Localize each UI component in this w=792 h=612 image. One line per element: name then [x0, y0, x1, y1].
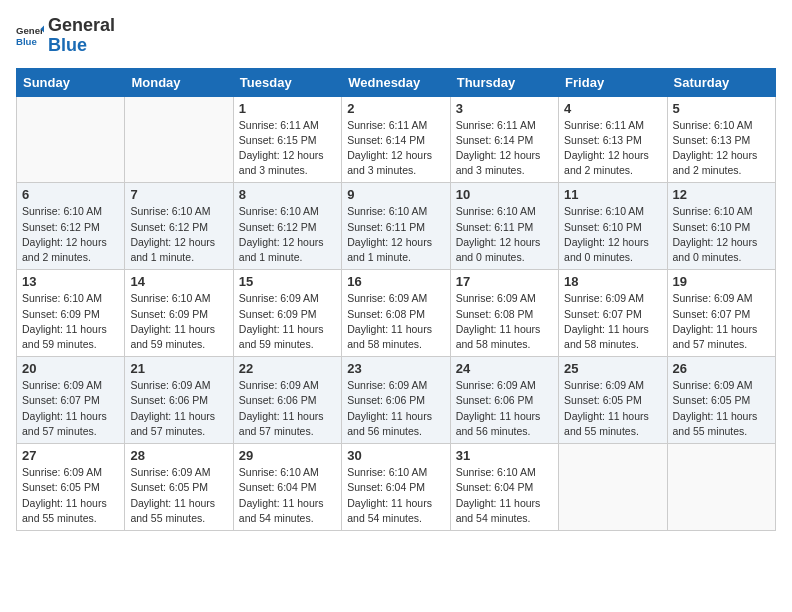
day-info: Sunrise: 6:09 AM Sunset: 6:07 PM Dayligh…: [22, 378, 119, 439]
day-of-week-header: Thursday: [450, 68, 558, 96]
day-number: 19: [673, 274, 770, 289]
day-number: 5: [673, 101, 770, 116]
day-of-week-header: Sunday: [17, 68, 125, 96]
day-of-week-header: Monday: [125, 68, 233, 96]
calendar-cell: 29Sunrise: 6:10 AM Sunset: 6:04 PM Dayli…: [233, 444, 341, 531]
day-number: 23: [347, 361, 444, 376]
day-info: Sunrise: 6:11 AM Sunset: 6:14 PM Dayligh…: [456, 118, 553, 179]
day-number: 6: [22, 187, 119, 202]
day-number: 25: [564, 361, 661, 376]
day-of-week-header: Wednesday: [342, 68, 450, 96]
day-info: Sunrise: 6:10 AM Sunset: 6:11 PM Dayligh…: [456, 204, 553, 265]
day-number: 28: [130, 448, 227, 463]
day-info: Sunrise: 6:10 AM Sunset: 6:13 PM Dayligh…: [673, 118, 770, 179]
day-info: Sunrise: 6:09 AM Sunset: 6:05 PM Dayligh…: [673, 378, 770, 439]
day-number: 17: [456, 274, 553, 289]
day-number: 1: [239, 101, 336, 116]
calendar-cell: 21Sunrise: 6:09 AM Sunset: 6:06 PM Dayli…: [125, 357, 233, 444]
day-number: 13: [22, 274, 119, 289]
day-number: 29: [239, 448, 336, 463]
day-of-week-header: Saturday: [667, 68, 775, 96]
calendar-cell: 11Sunrise: 6:10 AM Sunset: 6:10 PM Dayli…: [559, 183, 667, 270]
svg-text:General: General: [16, 25, 44, 36]
calendar-cell: 27Sunrise: 6:09 AM Sunset: 6:05 PM Dayli…: [17, 444, 125, 531]
calendar-cell: 4Sunrise: 6:11 AM Sunset: 6:13 PM Daylig…: [559, 96, 667, 183]
calendar-cell: 28Sunrise: 6:09 AM Sunset: 6:05 PM Dayli…: [125, 444, 233, 531]
calendar-cell: [17, 96, 125, 183]
day-info: Sunrise: 6:09 AM Sunset: 6:06 PM Dayligh…: [347, 378, 444, 439]
day-number: 3: [456, 101, 553, 116]
day-info: Sunrise: 6:10 AM Sunset: 6:09 PM Dayligh…: [130, 291, 227, 352]
day-info: Sunrise: 6:10 AM Sunset: 6:10 PM Dayligh…: [673, 204, 770, 265]
calendar-cell: 17Sunrise: 6:09 AM Sunset: 6:08 PM Dayli…: [450, 270, 558, 357]
calendar-cell: 19Sunrise: 6:09 AM Sunset: 6:07 PM Dayli…: [667, 270, 775, 357]
calendar-cell: 12Sunrise: 6:10 AM Sunset: 6:10 PM Dayli…: [667, 183, 775, 270]
day-number: 14: [130, 274, 227, 289]
calendar-cell: 9Sunrise: 6:10 AM Sunset: 6:11 PM Daylig…: [342, 183, 450, 270]
page-header: General Blue GeneralBlue: [16, 16, 776, 56]
day-number: 20: [22, 361, 119, 376]
day-number: 7: [130, 187, 227, 202]
day-info: Sunrise: 6:11 AM Sunset: 6:14 PM Dayligh…: [347, 118, 444, 179]
calendar-cell: 16Sunrise: 6:09 AM Sunset: 6:08 PM Dayli…: [342, 270, 450, 357]
calendar-cell: 2Sunrise: 6:11 AM Sunset: 6:14 PM Daylig…: [342, 96, 450, 183]
day-number: 22: [239, 361, 336, 376]
day-info: Sunrise: 6:09 AM Sunset: 6:05 PM Dayligh…: [564, 378, 661, 439]
day-info: Sunrise: 6:09 AM Sunset: 6:07 PM Dayligh…: [564, 291, 661, 352]
calendar-cell: 25Sunrise: 6:09 AM Sunset: 6:05 PM Dayli…: [559, 357, 667, 444]
day-of-week-header: Friday: [559, 68, 667, 96]
day-number: 10: [456, 187, 553, 202]
calendar-cell: 18Sunrise: 6:09 AM Sunset: 6:07 PM Dayli…: [559, 270, 667, 357]
day-info: Sunrise: 6:10 AM Sunset: 6:11 PM Dayligh…: [347, 204, 444, 265]
day-number: 15: [239, 274, 336, 289]
day-of-week-header: Tuesday: [233, 68, 341, 96]
calendar-cell: [559, 444, 667, 531]
day-info: Sunrise: 6:09 AM Sunset: 6:05 PM Dayligh…: [130, 465, 227, 526]
calendar-cell: [667, 444, 775, 531]
day-info: Sunrise: 6:09 AM Sunset: 6:08 PM Dayligh…: [347, 291, 444, 352]
day-info: Sunrise: 6:09 AM Sunset: 6:07 PM Dayligh…: [673, 291, 770, 352]
day-info: Sunrise: 6:10 AM Sunset: 6:12 PM Dayligh…: [22, 204, 119, 265]
calendar-cell: 7Sunrise: 6:10 AM Sunset: 6:12 PM Daylig…: [125, 183, 233, 270]
day-info: Sunrise: 6:11 AM Sunset: 6:15 PM Dayligh…: [239, 118, 336, 179]
calendar-cell: 15Sunrise: 6:09 AM Sunset: 6:09 PM Dayli…: [233, 270, 341, 357]
logo-icon: General Blue: [16, 22, 44, 50]
calendar-cell: 31Sunrise: 6:10 AM Sunset: 6:04 PM Dayli…: [450, 444, 558, 531]
day-info: Sunrise: 6:10 AM Sunset: 6:04 PM Dayligh…: [347, 465, 444, 526]
calendar-cell: [125, 96, 233, 183]
day-number: 21: [130, 361, 227, 376]
day-info: Sunrise: 6:09 AM Sunset: 6:08 PM Dayligh…: [456, 291, 553, 352]
day-info: Sunrise: 6:10 AM Sunset: 6:12 PM Dayligh…: [130, 204, 227, 265]
day-number: 27: [22, 448, 119, 463]
logo-text: GeneralBlue: [48, 16, 115, 56]
calendar-cell: 26Sunrise: 6:09 AM Sunset: 6:05 PM Dayli…: [667, 357, 775, 444]
day-number: 11: [564, 187, 661, 202]
day-info: Sunrise: 6:09 AM Sunset: 6:06 PM Dayligh…: [130, 378, 227, 439]
calendar-cell: 23Sunrise: 6:09 AM Sunset: 6:06 PM Dayli…: [342, 357, 450, 444]
day-number: 16: [347, 274, 444, 289]
calendar-cell: 30Sunrise: 6:10 AM Sunset: 6:04 PM Dayli…: [342, 444, 450, 531]
day-number: 26: [673, 361, 770, 376]
calendar-cell: 5Sunrise: 6:10 AM Sunset: 6:13 PM Daylig…: [667, 96, 775, 183]
calendar-cell: 14Sunrise: 6:10 AM Sunset: 6:09 PM Dayli…: [125, 270, 233, 357]
day-info: Sunrise: 6:09 AM Sunset: 6:06 PM Dayligh…: [239, 378, 336, 439]
day-number: 8: [239, 187, 336, 202]
calendar-cell: 13Sunrise: 6:10 AM Sunset: 6:09 PM Dayli…: [17, 270, 125, 357]
day-info: Sunrise: 6:10 AM Sunset: 6:12 PM Dayligh…: [239, 204, 336, 265]
calendar-cell: 22Sunrise: 6:09 AM Sunset: 6:06 PM Dayli…: [233, 357, 341, 444]
day-info: Sunrise: 6:10 AM Sunset: 6:09 PM Dayligh…: [22, 291, 119, 352]
day-number: 2: [347, 101, 444, 116]
day-number: 24: [456, 361, 553, 376]
day-info: Sunrise: 6:10 AM Sunset: 6:04 PM Dayligh…: [239, 465, 336, 526]
day-number: 18: [564, 274, 661, 289]
day-number: 4: [564, 101, 661, 116]
logo: General Blue GeneralBlue: [16, 16, 115, 56]
calendar-cell: 10Sunrise: 6:10 AM Sunset: 6:11 PM Dayli…: [450, 183, 558, 270]
day-number: 30: [347, 448, 444, 463]
day-info: Sunrise: 6:09 AM Sunset: 6:05 PM Dayligh…: [22, 465, 119, 526]
calendar-cell: 20Sunrise: 6:09 AM Sunset: 6:07 PM Dayli…: [17, 357, 125, 444]
calendar-cell: 6Sunrise: 6:10 AM Sunset: 6:12 PM Daylig…: [17, 183, 125, 270]
svg-text:Blue: Blue: [16, 36, 37, 47]
day-number: 31: [456, 448, 553, 463]
day-number: 9: [347, 187, 444, 202]
